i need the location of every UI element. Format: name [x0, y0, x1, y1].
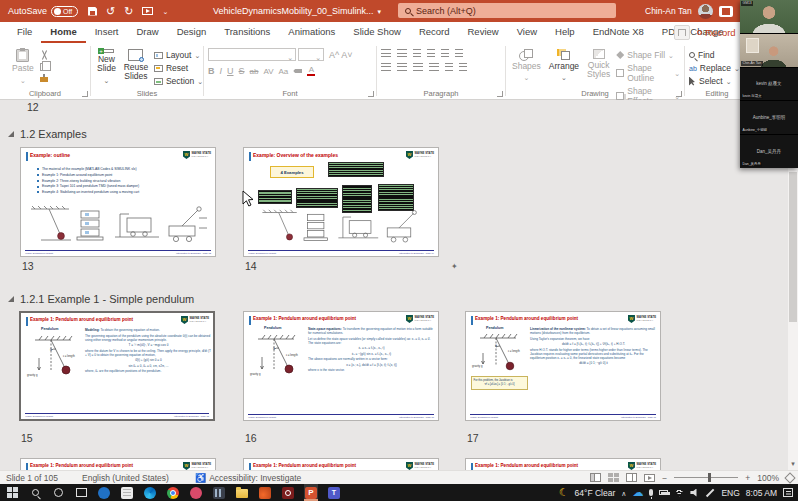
- text-shadow-icon[interactable]: ab: [250, 67, 259, 76]
- tab-view[interactable]: View: [508, 22, 546, 43]
- shape-fill-button[interactable]: Shape Fill: [616, 50, 680, 60]
- battery-icon[interactable]: [659, 490, 668, 495]
- tab-draw[interactable]: Draw: [127, 22, 167, 43]
- document-title[interactable]: VehicleDynamicsMobility_00_Simulink...: [213, 0, 381, 22]
- fit-to-window-icon[interactable]: [784, 472, 795, 483]
- justify-icon[interactable]: [429, 63, 439, 71]
- slide-19-thumbnail[interactable]: Example 1: Pendulum around equilibrium p…: [243, 458, 439, 470]
- font-color-icon[interactable]: A: [307, 66, 315, 76]
- grow-font-icon[interactable]: A^: [329, 50, 339, 60]
- shape-outline-button[interactable]: Shape Outline: [616, 63, 680, 83]
- slide-15-thumbnail[interactable]: Example 1: Pendulum around equilibrium p…: [19, 311, 215, 421]
- taskbar-app-edge[interactable]: [143, 484, 157, 501]
- slide-20-thumbnail[interactable]: Example 1: Pendulum around equilibrium p…: [465, 458, 661, 470]
- start-button[interactable]: [5, 484, 19, 501]
- numbering-icon[interactable]: [397, 49, 407, 57]
- redo-icon[interactable]: ↻: [124, 6, 133, 17]
- tab-endnote[interactable]: EndNote X8: [584, 22, 653, 43]
- wifi-icon[interactable]: [674, 489, 684, 497]
- layout-button[interactable]: Layout: [154, 50, 203, 60]
- columns-icon[interactable]: [445, 63, 453, 71]
- speaker-icon[interactable]: [690, 489, 699, 497]
- font-size-select[interactable]: [298, 48, 324, 61]
- shapes-button[interactable]: Shapes: [510, 47, 543, 87]
- taskbar-app-acrobat[interactable]: [281, 484, 295, 501]
- slide-18-thumbnail[interactable]: Example 1: Pendulum around equilibrium p…: [20, 458, 216, 470]
- task-view-button[interactable]: [74, 484, 88, 501]
- shrink-font-icon[interactable]: A˅: [341, 50, 352, 60]
- italic-icon[interactable]: I: [220, 66, 223, 76]
- reset-button[interactable]: Reset: [154, 63, 203, 73]
- arrange-button[interactable]: Arrange: [547, 47, 581, 87]
- title-dropdown-icon[interactable]: [378, 6, 382, 16]
- section-heading-example1[interactable]: 1.2.1 Example 1 - Simple pendulum: [8, 293, 194, 305]
- taskbar-app-file-explorer[interactable]: [235, 484, 249, 501]
- taskbar-app-powerpoint[interactable]: [304, 484, 318, 501]
- participant-video-tile[interactable]: GM13: [740, 0, 798, 33]
- save-icon[interactable]: [88, 7, 97, 16]
- drawing-dialog-launcher-icon[interactable]: [676, 91, 682, 97]
- strikethrough-icon[interactable]: S: [239, 66, 245, 76]
- zoom-level[interactable]: 100%: [757, 473, 779, 483]
- align-right-icon[interactable]: [413, 63, 423, 71]
- scrollbar-thumb[interactable]: [789, 172, 797, 322]
- customize-qat-icon[interactable]: [162, 6, 168, 16]
- start-slideshow-icon[interactable]: [142, 7, 153, 15]
- change-case-icon[interactable]: Aa: [279, 67, 289, 76]
- cortana-button[interactable]: [51, 484, 65, 501]
- action-center-icon[interactable]: [783, 488, 793, 497]
- zoom-in-icon[interactable]: +: [745, 473, 750, 483]
- onedrive-icon[interactable]: [632, 486, 643, 499]
- zoom-slider[interactable]: [674, 477, 738, 478]
- new-slide-button[interactable]: + New Slide: [95, 47, 118, 87]
- taskbar-app-teams[interactable]: [327, 484, 341, 501]
- quick-styles-button[interactable]: Quick Styles: [585, 47, 612, 87]
- tab-file[interactable]: File: [8, 22, 41, 43]
- taskbar-app-onenote[interactable]: [120, 484, 134, 501]
- record-button[interactable]: Record: [697, 22, 736, 43]
- reading-view-icon[interactable]: [626, 473, 637, 482]
- taskbar-app-matlab[interactable]: [258, 484, 272, 501]
- font-name-select[interactable]: [208, 48, 296, 61]
- taskbar-app-chrome[interactable]: [166, 484, 180, 501]
- tab-insert[interactable]: Insert: [86, 22, 128, 43]
- underline-icon[interactable]: U: [227, 66, 234, 76]
- clock[interactable]: 8:05 AM: [746, 488, 777, 498]
- participant-video-tile[interactable]: Chin-An Tan: [740, 34, 798, 67]
- avatar[interactable]: [698, 4, 713, 19]
- hidden-icons-chevron[interactable]: [621, 488, 626, 498]
- align-center-icon[interactable]: [397, 63, 407, 71]
- tab-review[interactable]: Review: [459, 22, 508, 43]
- undo-icon[interactable]: ↺: [106, 6, 115, 17]
- highlight-color-icon[interactable]: [293, 69, 302, 73]
- participant-audio-tile[interactable]: Aunbine_李明明 Aunbine_李明明: [740, 101, 798, 134]
- section-button[interactable]: Section: [154, 76, 203, 86]
- section-heading-examples[interactable]: 1.2 Examples: [8, 128, 87, 140]
- paragraph-dialog-launcher-icon[interactable]: [497, 91, 503, 97]
- character-spacing-icon[interactable]: AV: [263, 67, 273, 76]
- comments-icon[interactable]: [674, 25, 690, 40]
- ribbon-display-options-icon[interactable]: [719, 6, 733, 17]
- replace-button[interactable]: abReplace: [689, 63, 740, 73]
- select-button[interactable]: Select: [689, 76, 740, 86]
- pen-icon[interactable]: [706, 488, 714, 496]
- slide-14-thumbnail[interactable]: Example: Overview of the examples WAYNE …: [243, 147, 439, 257]
- participant-audio-tile[interactable]: Dan_吴丹丹 Dan_吴丹丹: [740, 135, 798, 168]
- microphone-tray-icon[interactable]: [649, 489, 653, 496]
- slide-16-thumbnail[interactable]: Example 1: Pendulum around equilibrium p…: [243, 311, 439, 421]
- tab-animations[interactable]: Animations: [279, 22, 344, 43]
- slide-17-thumbnail[interactable]: Example 1: Pendulum around equilibrium p…: [465, 311, 661, 421]
- tab-help[interactable]: Help: [546, 22, 584, 43]
- tab-design[interactable]: Design: [168, 22, 216, 43]
- bullets-icon[interactable]: [381, 49, 391, 57]
- decrease-indent-icon[interactable]: [413, 49, 421, 57]
- weather-moon-icon[interactable]: [559, 486, 569, 499]
- taskbar-app-mail[interactable]: [97, 484, 111, 501]
- taskbar-app-excel[interactable]: [212, 484, 226, 501]
- search-input[interactable]: Search (Alt+Q): [398, 3, 616, 18]
- clipboard-dialog-launcher-icon[interactable]: [82, 91, 88, 97]
- tab-slide-show[interactable]: Slide Show: [344, 22, 410, 43]
- account-area[interactable]: Chin-An Tan: [645, 0, 733, 22]
- participant-audio-tile[interactable]: kevin 赵晟文 kevin 赵晟文: [740, 68, 798, 101]
- copy-icon[interactable]: [40, 63, 47, 71]
